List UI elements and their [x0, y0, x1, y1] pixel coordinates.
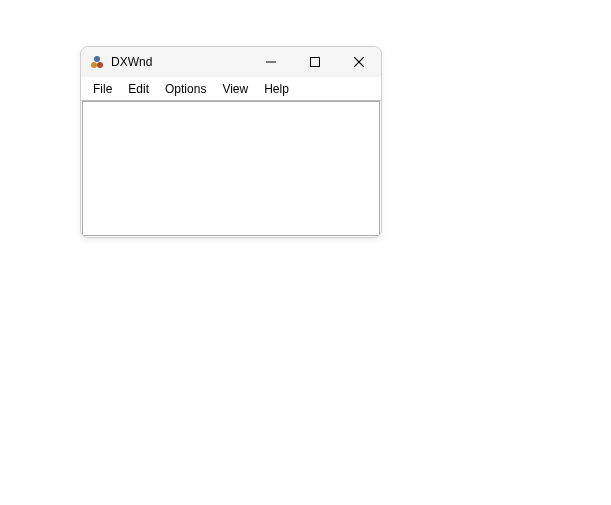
- app-window: DXWnd File Edit Options: [80, 46, 382, 238]
- close-button[interactable]: [337, 47, 381, 77]
- minimize-button[interactable]: [249, 47, 293, 77]
- svg-point-2: [97, 62, 103, 68]
- dxwnd-icon: [89, 54, 105, 70]
- menu-file[interactable]: File: [85, 79, 120, 99]
- svg-point-1: [91, 62, 97, 68]
- menubar: File Edit Options View Help: [81, 77, 381, 101]
- titlebar: DXWnd: [81, 47, 381, 77]
- maximize-button[interactable]: [293, 47, 337, 77]
- menu-help[interactable]: Help: [256, 79, 297, 99]
- svg-point-0: [94, 56, 100, 62]
- menu-options[interactable]: Options: [157, 79, 214, 99]
- window-controls: [249, 47, 381, 77]
- menu-edit[interactable]: Edit: [120, 79, 157, 99]
- client-area[interactable]: [82, 101, 380, 236]
- window-title: DXWnd: [111, 55, 152, 69]
- menu-view[interactable]: View: [214, 79, 256, 99]
- svg-rect-4: [311, 58, 320, 67]
